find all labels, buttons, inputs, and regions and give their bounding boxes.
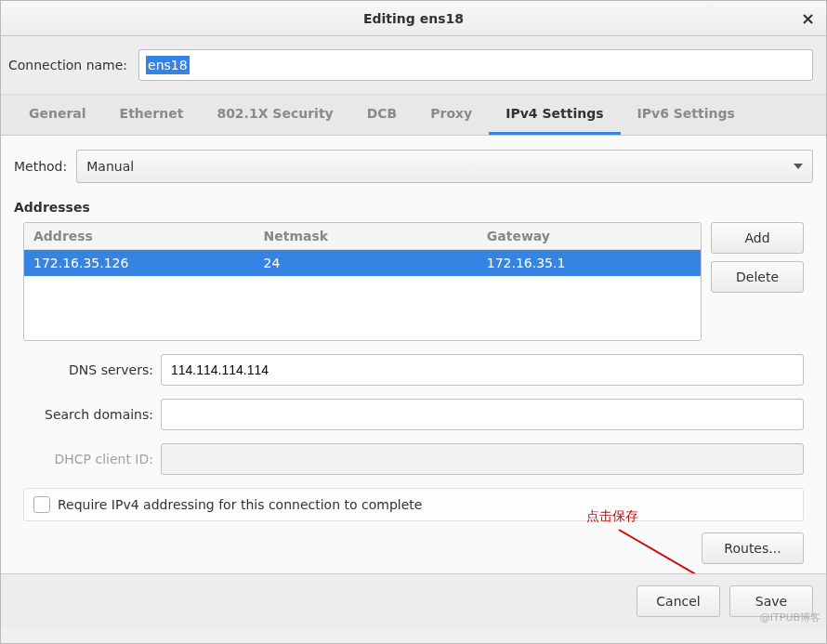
require-ipv4-checkbox[interactable] — [33, 496, 50, 513]
require-ipv4-label: Require IPv4 addressing for this connect… — [58, 497, 422, 512]
close-icon[interactable]: × — [801, 8, 815, 28]
connection-name-selection: ens18 — [146, 56, 190, 74]
col-address: Address — [24, 223, 255, 249]
dns-input[interactable] — [161, 354, 804, 386]
routes-button[interactable]: Routes... — [702, 532, 804, 564]
dialog-footer: Cancel Save — [1, 573, 826, 628]
tab-security[interactable]: 802.1X Security — [200, 95, 349, 135]
tab-ethernet[interactable]: Ethernet — [103, 95, 201, 135]
col-netmask: Netmask — [255, 223, 478, 249]
method-label: Method: — [14, 159, 67, 174]
addresses-buttons: Add Delete — [711, 222, 804, 341]
dns-label: DNS servers: — [23, 362, 153, 377]
connection-name-input[interactable] — [138, 49, 813, 81]
dhcp-client-row: DHCP client ID: — [14, 443, 813, 475]
tab-content-ipv4: Method: Manual Addresses Address Netmask… — [1, 136, 826, 628]
tab-ipv6-settings[interactable]: IPv6 Settings — [621, 95, 752, 135]
chevron-down-icon — [794, 164, 803, 169]
addresses-title: Addresses — [14, 200, 813, 215]
window-title: Editing ens18 — [363, 11, 464, 26]
dhcp-client-label: DHCP client ID: — [23, 452, 153, 467]
delete-button[interactable]: Delete — [711, 261, 804, 293]
connection-name-row: Connection name: ens18 — [1, 36, 826, 95]
tabs: General Ethernet 802.1X Security DCB Pro… — [1, 95, 826, 136]
cell-gateway: 172.16.35.1 — [478, 250, 701, 276]
connection-name-input-wrap: ens18 — [138, 49, 813, 81]
search-domains-label: Search domains: — [23, 407, 153, 422]
dhcp-client-input — [161, 443, 804, 475]
require-ipv4-row[interactable]: Require IPv4 addressing for this connect… — [23, 488, 804, 521]
addresses-block: Address Netmask Gateway 172.16.35.126 24… — [14, 222, 813, 341]
search-domains-row: Search domains: — [14, 399, 813, 430]
tab-general[interactable]: General — [12, 95, 103, 135]
tab-proxy[interactable]: Proxy — [414, 95, 489, 135]
dns-row: DNS servers: — [14, 354, 813, 386]
addresses-header: Address Netmask Gateway — [24, 223, 701, 250]
method-row: Method: Manual — [14, 150, 813, 183]
table-row[interactable]: 172.16.35.126 24 172.16.35.1 — [24, 250, 701, 276]
method-select[interactable]: Manual — [76, 150, 813, 183]
cell-address: 172.16.35.126 — [24, 250, 255, 276]
tab-dcb[interactable]: DCB — [350, 95, 414, 135]
add-button[interactable]: Add — [711, 222, 804, 254]
method-value: Manual — [86, 159, 134, 174]
addresses-table[interactable]: Address Netmask Gateway 172.16.35.126 24… — [23, 222, 702, 341]
col-gateway: Gateway — [478, 223, 701, 249]
cancel-button[interactable]: Cancel — [637, 585, 720, 617]
watermark: @ITPUB博客 — [760, 611, 820, 624]
cell-netmask: 24 — [255, 250, 478, 276]
routes-row: Routes... — [14, 521, 813, 564]
connection-name-label: Connection name: — [8, 58, 129, 72]
dialog-window: Editing ens18 × Connection name: ens18 G… — [0, 0, 827, 644]
titlebar: Editing ens18 × — [1, 1, 826, 36]
tab-ipv4-settings[interactable]: IPv4 Settings — [489, 95, 620, 135]
search-domains-input[interactable] — [161, 399, 804, 430]
